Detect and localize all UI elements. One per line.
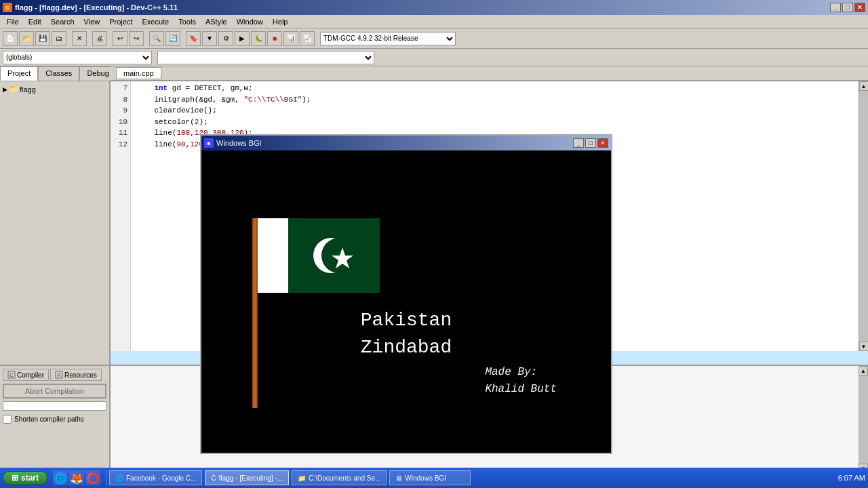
maximize-button[interactable]: □ [842, 3, 853, 12]
taskbar-icon-bgi: 🖥 [395, 474, 402, 482]
redo-button[interactable]: ↪ [129, 31, 144, 46]
scroll-up[interactable]: ▲ [859, 81, 869, 91]
start-button[interactable]: ⊞ start [3, 471, 47, 485]
expand-icon: ▶ [3, 86, 7, 93]
bottom-scroll-track [859, 375, 868, 464]
svg-text:C: C [9, 372, 14, 378]
app-icon: C [3, 3, 12, 12]
taskbar-item-bgi[interactable]: 🖥 Windows BGI [389, 470, 471, 485]
toolbar-row1: 📄 📂 💾 🗂 ✕ 🖨 ↩ ↪ 🔍 🔄 🔖 ▼ ⚙ ▶ 🐛 ■ 📊 📈 TDM-… [0, 28, 868, 49]
flag-green-section [288, 218, 380, 293]
taskbar-icon-app[interactable]: ⭕ [85, 470, 100, 485]
print-button[interactable]: 🖨 [92, 31, 107, 46]
bgi-minimize-button[interactable]: _ [573, 138, 584, 148]
compiler-icon: C [7, 371, 16, 379]
tab-classes[interactable]: Classes [38, 66, 79, 81]
new-button[interactable]: 📄 [3, 31, 18, 46]
run-button[interactable]: ▶ [235, 31, 250, 46]
minimize-button[interactable]: _ [830, 3, 841, 12]
bgi-maximize-button[interactable]: □ [585, 138, 596, 148]
bottom-tab-bar: C Compiler R Resources [3, 369, 106, 381]
menu-astyle[interactable]: AStyle [201, 16, 231, 27]
debug-button[interactable]: 🐛 [251, 31, 266, 46]
menu-file[interactable]: File [3, 16, 23, 27]
scope-dropdown[interactable] [157, 51, 374, 64]
bgi-title: Windows BGI [216, 139, 262, 147]
bgi-made-by-line: Made By: [485, 364, 557, 382]
shorten-paths-label: Shorten compiler paths [14, 415, 84, 423]
tab-compiler[interactable]: C Compiler [3, 369, 49, 381]
globals-dropdown[interactable]: (globals) [3, 51, 152, 64]
scroll-track [859, 91, 869, 342]
stop-button[interactable]: ■ [267, 31, 282, 46]
menu-tools[interactable]: Tools [174, 16, 200, 27]
tree-label: flagg [20, 85, 36, 94]
menu-help[interactable]: Help [269, 16, 292, 27]
close-button[interactable]: ✕ [854, 3, 865, 12]
menu-window[interactable]: Window [233, 16, 267, 27]
close-file-button[interactable]: ✕ [72, 31, 87, 46]
taskbar-item-label-2: C:\Documents and Se... [309, 474, 380, 482]
save-button[interactable]: 💾 [35, 31, 50, 46]
bottom-scroll-up[interactable]: ▲ [859, 366, 868, 375]
compiler-dropdown[interactable]: TDM-GCC 4.9.2 32-bit Release [320, 32, 456, 45]
bgi-app-icon: ■ [204, 138, 214, 148]
shorten-paths-checkbox[interactable] [3, 415, 12, 424]
undo-button[interactable]: ↩ [113, 31, 127, 46]
scroll-down[interactable]: ▼ [859, 342, 869, 351]
tab-resources[interactable]: R Resources [50, 369, 102, 381]
project-tree: ▶ 📁 flagg [0, 81, 109, 365]
svg-text:R: R [57, 373, 60, 378]
bottom-scrollbar[interactable]: ▲ ▼ [859, 366, 868, 473]
taskbar-separator [106, 470, 106, 485]
menu-view[interactable]: View [80, 16, 104, 27]
bgi-close-button[interactable]: ✕ [597, 138, 608, 148]
project-tab-bar: Project Classes Debug [0, 66, 109, 81]
bookmark-button[interactable]: 🔖 [186, 31, 201, 46]
menu-bar: File Edit Search View Project Execute To… [0, 15, 868, 28]
compiler-tab-label: Compiler [17, 371, 44, 379]
menu-execute[interactable]: Execute [138, 16, 173, 27]
window-title: flagg - [flagg.dev] - [Executing] - Dev-… [15, 3, 178, 12]
bgi-titlebar: ■ Windows BGI _ □ ✕ [201, 136, 611, 150]
start-windows-icon: ⊞ [12, 473, 18, 483]
chart-button[interactable]: 📊 [283, 31, 298, 46]
bgi-window-buttons: _ □ ✕ [573, 138, 608, 148]
save-all-button[interactable]: 🗂 [52, 31, 66, 46]
menu-project[interactable]: Project [105, 16, 136, 27]
compile-button[interactable]: ⚙ [218, 31, 233, 46]
code-line-10: setcolor(2); [136, 117, 853, 128]
abort-compilation-button[interactable]: Abort Compilation [3, 384, 106, 399]
start-label: start [21, 473, 39, 483]
editor-scrollbar[interactable]: ▲ ▼ [859, 81, 868, 351]
ide-window: C flagg - [flagg.dev] - [Executing] - De… [0, 0, 868, 488]
find-button[interactable]: 🔍 [149, 31, 164, 46]
pakistan-flag [258, 218, 380, 293]
menu-search[interactable]: Search [47, 16, 79, 27]
code-line-7: int gd = DETECT, gm,w; [136, 83, 853, 94]
taskbar-right: 6:07 AM [838, 474, 865, 482]
title-bar: C flagg - [flagg.dev] - [Executing] - De… [0, 0, 868, 15]
open-button[interactable]: 📂 [19, 31, 34, 46]
bookmark-next-button[interactable]: ▼ [202, 31, 217, 46]
taskbar-item-flagg[interactable]: C flagg - [Executing] -... [205, 470, 289, 485]
find-replace-button[interactable]: 🔄 [165, 31, 180, 46]
code-line-8: initgraph(&gd, &gm, "C:\\TC\\BGI"); [136, 94, 853, 106]
tab-project[interactable]: Project [0, 66, 38, 81]
taskbar-icon-docs: 📁 [298, 474, 306, 482]
file-tab-bar: main.cpp [111, 66, 868, 81]
bgi-titlebar-left: ■ Windows BGI [204, 138, 262, 148]
tree-root[interactable]: ▶ 📁 flagg [3, 84, 106, 94]
file-tab-main[interactable]: main.cpp [116, 67, 161, 79]
taskbar-item-label-3: Windows BGI [405, 474, 446, 482]
menu-edit[interactable]: Edit [24, 16, 45, 27]
taskbar-item-documents[interactable]: 📁 C:\Documents and Se... [292, 470, 387, 485]
taskbar-item-facebook[interactable]: 🌐 Facebook - Google C... [109, 470, 202, 485]
taskbar-icon-ie[interactable]: 🌐 [53, 470, 68, 485]
crescent-star-svg [307, 228, 361, 283]
taskbar-icon-firefox[interactable]: 🦊 [69, 470, 84, 485]
chart2-button[interactable]: 📈 [300, 31, 315, 46]
bgi-text-madeby: Made By: Khalid Butt [485, 364, 557, 399]
bottom-left: C Compiler R Resources Abort Compilation… [0, 366, 111, 473]
left-panel: Project Classes Debug ▶ 📁 flagg [0, 66, 111, 365]
